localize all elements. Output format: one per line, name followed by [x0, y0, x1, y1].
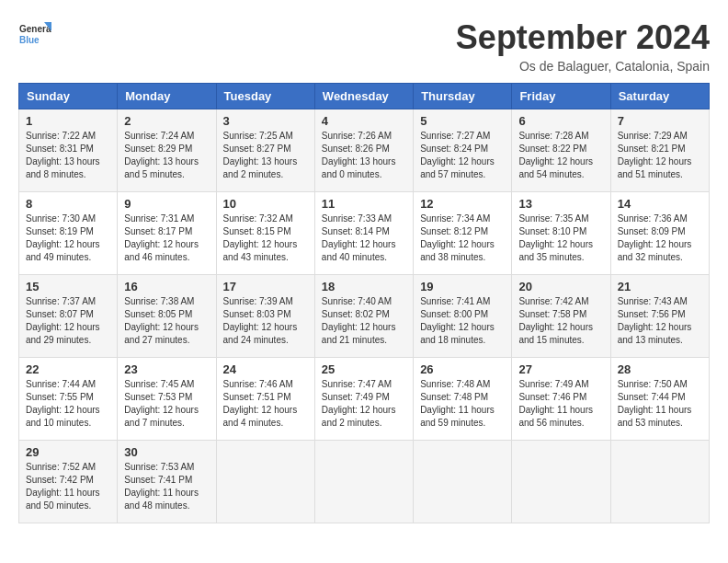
svg-text:Blue: Blue: [19, 35, 40, 45]
day-number: 10: [223, 197, 308, 211]
calendar-cell: 26 Sunrise: 7:48 AM Sunset: 7:48 PM Dayl…: [414, 358, 512, 441]
cell-info: Sunrise: 7:31 AM Sunset: 8:17 PM Dayligh…: [124, 213, 209, 264]
calendar-cell: 7 Sunrise: 7:29 AM Sunset: 8:21 PM Dayli…: [610, 109, 709, 192]
day-number: 7: [618, 114, 702, 128]
column-header-thursday: Thursday: [414, 84, 512, 109]
day-number: 11: [322, 197, 406, 211]
day-number: 19: [420, 280, 505, 293]
calendar-week-row: 29 Sunrise: 7:52 AM Sunset: 7:42 PM Dayl…: [19, 441, 710, 523]
cell-info: Sunrise: 7:48 AM Sunset: 7:48 PM Dayligh…: [420, 378, 505, 430]
day-number: 14: [618, 197, 702, 211]
cell-info: Sunrise: 7:35 AM Sunset: 8:10 PM Dayligh…: [518, 213, 603, 264]
day-number: 5: [420, 114, 505, 128]
month-title: September 2024: [456, 18, 710, 57]
cell-info: Sunrise: 7:38 AM Sunset: 8:05 PM Dayligh…: [124, 295, 209, 347]
calendar-cell: 2 Sunrise: 7:24 AM Sunset: 8:29 PM Dayli…: [118, 109, 216, 192]
calendar-cell: [414, 441, 512, 523]
calendar-cell: 9 Sunrise: 7:31 AM Sunset: 8:17 PM Dayli…: [118, 192, 216, 275]
day-number: 17: [223, 280, 308, 293]
cell-info: Sunrise: 7:29 AM Sunset: 8:21 PM Dayligh…: [618, 130, 702, 181]
cell-info: Sunrise: 7:43 AM Sunset: 7:56 PM Dayligh…: [618, 295, 702, 347]
column-header-saturday: Saturday: [610, 84, 709, 109]
calendar-cell: 11 Sunrise: 7:33 AM Sunset: 8:14 PM Dayl…: [314, 192, 413, 275]
cell-info: Sunrise: 7:53 AM Sunset: 7:41 PM Dayligh…: [124, 461, 209, 512]
cell-info: Sunrise: 7:46 AM Sunset: 7:51 PM Dayligh…: [223, 378, 308, 430]
day-number: 24: [223, 362, 308, 376]
calendar-cell: 30 Sunrise: 7:53 AM Sunset: 7:41 PM Dayl…: [118, 441, 216, 523]
day-number: 16: [124, 280, 209, 293]
day-number: 13: [518, 197, 603, 211]
column-header-sunday: Sunday: [19, 84, 118, 109]
calendar-week-row: 1 Sunrise: 7:22 AM Sunset: 8:31 PM Dayli…: [19, 109, 710, 192]
cell-info: Sunrise: 7:42 AM Sunset: 7:58 PM Dayligh…: [518, 295, 603, 347]
cell-info: Sunrise: 7:40 AM Sunset: 8:02 PM Dayligh…: [322, 295, 406, 347]
calendar-cell: 24 Sunrise: 7:46 AM Sunset: 7:51 PM Dayl…: [216, 358, 314, 441]
day-number: 27: [518, 362, 603, 376]
cell-info: Sunrise: 7:26 AM Sunset: 8:26 PM Dayligh…: [322, 130, 406, 181]
calendar-cell: 29 Sunrise: 7:52 AM Sunset: 7:42 PM Dayl…: [19, 441, 118, 523]
cell-info: Sunrise: 7:30 AM Sunset: 8:19 PM Dayligh…: [26, 213, 110, 264]
day-number: 3: [223, 114, 308, 128]
cell-info: Sunrise: 7:49 AM Sunset: 7:46 PM Dayligh…: [518, 378, 603, 430]
calendar-cell: 16 Sunrise: 7:38 AM Sunset: 8:05 PM Dayl…: [118, 275, 216, 358]
calendar-cell: 19 Sunrise: 7:41 AM Sunset: 8:00 PM Dayl…: [414, 275, 512, 358]
day-number: 30: [124, 445, 209, 459]
cell-info: Sunrise: 7:34 AM Sunset: 8:12 PM Dayligh…: [420, 213, 505, 264]
cell-info: Sunrise: 7:27 AM Sunset: 8:24 PM Dayligh…: [420, 130, 505, 181]
day-number: 8: [26, 197, 110, 211]
calendar-cell: 28 Sunrise: 7:50 AM Sunset: 7:44 PM Dayl…: [610, 358, 709, 441]
calendar-cell: [314, 441, 413, 523]
subtitle: Os de Balaguer, Catalonia, Spain: [456, 59, 710, 74]
calendar-cell: 21 Sunrise: 7:43 AM Sunset: 7:56 PM Dayl…: [610, 275, 709, 358]
calendar-cell: 6 Sunrise: 7:28 AM Sunset: 8:22 PM Dayli…: [512, 109, 610, 192]
day-number: 28: [618, 362, 702, 376]
day-number: 21: [618, 280, 702, 293]
logo: General Blue: [18, 18, 51, 52]
day-number: 15: [26, 280, 110, 293]
calendar-header-row: SundayMondayTuesdayWednesdayThursdayFrid…: [19, 84, 710, 109]
calendar-cell: 14 Sunrise: 7:36 AM Sunset: 8:09 PM Dayl…: [610, 192, 709, 275]
calendar-cell: 17 Sunrise: 7:39 AM Sunset: 8:03 PM Dayl…: [216, 275, 314, 358]
calendar-cell: [512, 441, 610, 523]
day-number: 18: [322, 280, 406, 293]
page-header: General Blue September 2024 Os de Balagu…: [18, 18, 710, 74]
cell-info: Sunrise: 7:52 AM Sunset: 7:42 PM Dayligh…: [26, 461, 110, 512]
calendar-cell: 22 Sunrise: 7:44 AM Sunset: 7:55 PM Dayl…: [19, 358, 118, 441]
day-number: 22: [26, 362, 110, 376]
cell-info: Sunrise: 7:37 AM Sunset: 8:07 PM Dayligh…: [26, 295, 110, 347]
calendar-table: SundayMondayTuesdayWednesdayThursdayFrid…: [18, 83, 710, 523]
cell-info: Sunrise: 7:24 AM Sunset: 8:29 PM Dayligh…: [124, 130, 209, 181]
cell-info: Sunrise: 7:36 AM Sunset: 8:09 PM Dayligh…: [618, 213, 702, 264]
calendar-week-row: 15 Sunrise: 7:37 AM Sunset: 8:07 PM Dayl…: [19, 275, 710, 358]
calendar-cell: [610, 441, 709, 523]
column-header-friday: Friday: [512, 84, 610, 109]
cell-info: Sunrise: 7:44 AM Sunset: 7:55 PM Dayligh…: [26, 378, 110, 430]
cell-info: Sunrise: 7:33 AM Sunset: 8:14 PM Dayligh…: [322, 213, 406, 264]
logo-graphic: General Blue: [18, 18, 51, 52]
calendar-cell: 15 Sunrise: 7:37 AM Sunset: 8:07 PM Dayl…: [19, 275, 118, 358]
day-number: 23: [124, 362, 209, 376]
cell-info: Sunrise: 7:39 AM Sunset: 8:03 PM Dayligh…: [223, 295, 308, 347]
cell-info: Sunrise: 7:28 AM Sunset: 8:22 PM Dayligh…: [518, 130, 603, 181]
cell-info: Sunrise: 7:45 AM Sunset: 7:53 PM Dayligh…: [124, 378, 209, 430]
day-number: 12: [420, 197, 505, 211]
calendar-cell: 4 Sunrise: 7:26 AM Sunset: 8:26 PM Dayli…: [314, 109, 413, 192]
day-number: 25: [322, 362, 406, 376]
day-number: 9: [124, 197, 209, 211]
column-header-monday: Monday: [118, 84, 216, 109]
calendar-cell: 3 Sunrise: 7:25 AM Sunset: 8:27 PM Dayli…: [216, 109, 314, 192]
day-number: 2: [124, 114, 209, 128]
calendar-cell: 5 Sunrise: 7:27 AM Sunset: 8:24 PM Dayli…: [414, 109, 512, 192]
day-number: 1: [26, 114, 110, 128]
calendar-week-row: 22 Sunrise: 7:44 AM Sunset: 7:55 PM Dayl…: [19, 358, 710, 441]
calendar-cell: 10 Sunrise: 7:32 AM Sunset: 8:15 PM Dayl…: [216, 192, 314, 275]
cell-info: Sunrise: 7:25 AM Sunset: 8:27 PM Dayligh…: [223, 130, 308, 181]
day-number: 4: [322, 114, 406, 128]
svg-text:General: General: [19, 24, 51, 34]
day-number: 6: [518, 114, 603, 128]
calendar-cell: 23 Sunrise: 7:45 AM Sunset: 7:53 PM Dayl…: [118, 358, 216, 441]
cell-info: Sunrise: 7:47 AM Sunset: 7:49 PM Dayligh…: [322, 378, 406, 430]
day-number: 26: [420, 362, 505, 376]
cell-info: Sunrise: 7:41 AM Sunset: 8:00 PM Dayligh…: [420, 295, 505, 347]
calendar-cell: 12 Sunrise: 7:34 AM Sunset: 8:12 PM Dayl…: [414, 192, 512, 275]
